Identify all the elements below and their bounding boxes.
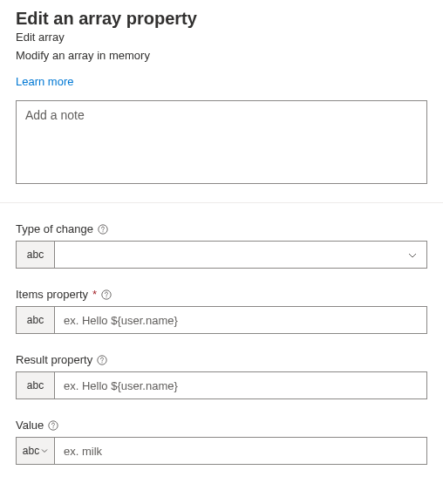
help-icon[interactable] [98, 224, 108, 235]
result-property-input[interactable] [55, 372, 426, 398]
type-prefix-abc: abc [17, 242, 55, 268]
required-indicator: * [92, 288, 97, 301]
svg-point-7 [53, 427, 54, 428]
page-subtitle: Edit array [16, 31, 427, 44]
prefix-abc-text: abc [27, 249, 44, 261]
learn-more-link[interactable]: Learn more [16, 75, 73, 88]
note-input[interactable] [16, 100, 427, 184]
type-prefix-abc-dropdown[interactable]: abc [17, 438, 55, 464]
type-of-change-input[interactable] [55, 242, 426, 268]
page-description: Modify an array in memory [16, 49, 427, 62]
help-icon[interactable] [101, 289, 112, 300]
section-divider [0, 202, 443, 203]
svg-point-1 [102, 231, 103, 232]
help-icon[interactable] [97, 355, 107, 365]
help-icon[interactable] [48, 420, 58, 431]
type-prefix-abc: abc [17, 307, 55, 333]
svg-point-3 [106, 296, 107, 297]
chevron-down-icon [41, 447, 48, 454]
prefix-abc-text: abc [27, 379, 44, 392]
items-property-input[interactable] [55, 307, 426, 333]
value-label: Value [16, 419, 44, 432]
type-of-change-select[interactable]: abc [16, 241, 427, 269]
result-property-label: Result property [16, 353, 92, 366]
value-input[interactable] [55, 438, 426, 464]
type-prefix-abc: abc [17, 372, 55, 398]
page-title: Edit an array property [16, 9, 427, 29]
svg-point-5 [102, 362, 103, 363]
prefix-abc-text: abc [23, 445, 39, 457]
prefix-abc-text: abc [27, 314, 44, 326]
items-property-label: Items property [16, 288, 88, 301]
type-of-change-label: Type of change [16, 222, 93, 235]
